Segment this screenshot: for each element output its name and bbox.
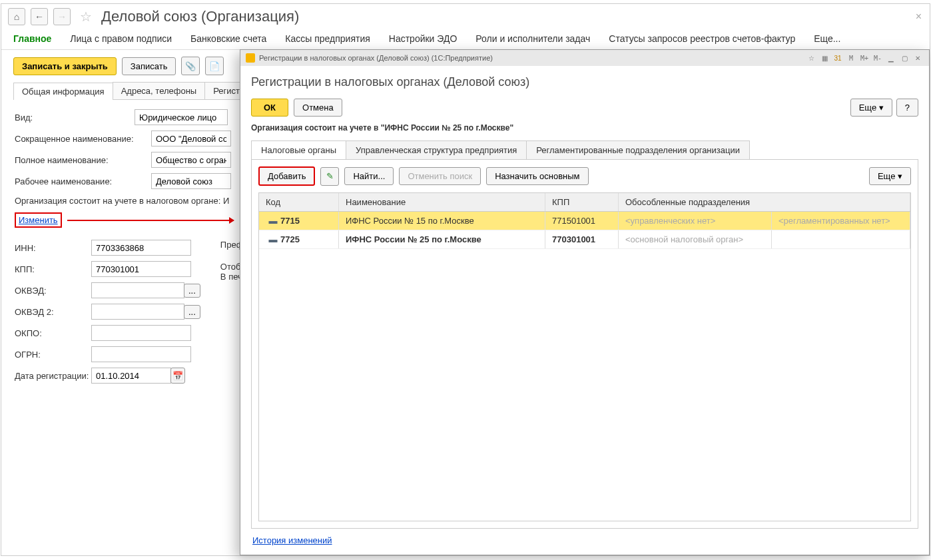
more-button[interactable]: Еще ▾	[850, 99, 892, 117]
col-kpp[interactable]: КПП	[545, 193, 619, 211]
ok-button[interactable]: ОК	[251, 99, 288, 117]
work-label: Рабочее наименование:	[15, 176, 151, 186]
cell-kpp: 771501001	[545, 212, 619, 230]
vid-label: Вид:	[15, 113, 135, 123]
table-row[interactable]: ▬7725 ИФНС России № 25 по г.Москве 77030…	[259, 230, 910, 249]
cell-sub2: <регламентированных нет>	[772, 212, 910, 230]
menu-signers[interactable]: Лица с правом подписи	[70, 33, 172, 44]
calendar-sys-icon[interactable]: 31	[832, 53, 844, 63]
panel-more-button[interactable]: Еще ▾	[869, 167, 911, 185]
find-button[interactable]: Найти...	[344, 167, 394, 185]
okved2-label: ОКВЭД 2:	[15, 307, 91, 317]
add-button[interactable]: Добавить	[258, 166, 315, 186]
panel-toolbar: Добавить ✎ Найти... Отменить поиск Назна…	[258, 166, 911, 186]
save-button[interactable]: Записать	[122, 57, 176, 75]
cancel-button[interactable]: Отмена	[294, 99, 342, 117]
cancel-find-button[interactable]: Отменить поиск	[399, 167, 481, 185]
home-icon[interactable]: ⌂	[8, 8, 25, 25]
back-icon[interactable]: ←	[31, 8, 48, 25]
full-name-input[interactable]	[151, 152, 231, 168]
okved-lookup-button[interactable]: ...	[184, 284, 200, 298]
menu-main[interactable]: Главное	[13, 33, 51, 44]
short-label: Сокращенное наименование:	[15, 134, 151, 144]
cell-sub1: <управленческих нет>	[619, 212, 772, 230]
okved-input[interactable]	[91, 282, 184, 298]
row-icon: ▬	[266, 216, 280, 226]
menu-cash[interactable]: Кассы предприятия	[285, 33, 370, 44]
inn-input[interactable]	[91, 240, 191, 256]
dialog-title-text: Регистрации в налоговых органах (Деловой…	[259, 54, 801, 62]
fav-icon[interactable]: ☆	[805, 53, 817, 63]
tab-general[interactable]: Общая информация	[13, 83, 113, 100]
change-link[interactable]: Изменить	[19, 215, 58, 225]
okved-label: ОКВЭД:	[15, 286, 91, 296]
col-code[interactable]: Код	[259, 193, 339, 211]
table-header: Код Наименование КПП Обособленные подраз…	[259, 193, 910, 212]
calendar-icon[interactable]: 📅	[170, 368, 185, 384]
kpp-label: КПП:	[15, 264, 91, 274]
okved2-input[interactable]	[91, 304, 184, 320]
attach-icon[interactable]: 📎	[181, 57, 200, 75]
tab-struct[interactable]: Управленческая структура предприятия	[346, 141, 527, 159]
maximize-icon[interactable]: ▢	[898, 53, 910, 63]
info-line: Организация состоит на учете в "ИФНС Рос…	[251, 123, 918, 133]
edit-icon[interactable]: ✎	[320, 167, 339, 186]
calc-icon[interactable]: ▦	[818, 53, 830, 63]
kpp-input[interactable]	[91, 261, 191, 277]
menubar: Главное Лица с правом подписи Банковские…	[1, 29, 930, 50]
regdate-input[interactable]	[91, 368, 171, 384]
table-row[interactable]: ▬7715 ИФНС России № 15 по г.Москве 77150…	[259, 212, 910, 230]
app-logo-icon	[246, 53, 255, 63]
ogrn-label: ОГРН:	[15, 350, 91, 360]
m-plus-icon[interactable]: M+	[858, 53, 870, 63]
forward-icon[interactable]: →	[53, 8, 71, 25]
cell-code: 7715	[280, 216, 300, 226]
tab-addresses[interactable]: Адреса, телефоны	[113, 82, 206, 99]
col-subdiv[interactable]: Обособленные подразделения	[619, 193, 910, 211]
arrow-annotation	[67, 220, 234, 221]
cell-kpp: 770301001	[545, 230, 619, 248]
dialog-sysicons: ☆ ▦ 31 M M+ M- ▁ ▢ ✕	[805, 53, 924, 63]
minimize-icon[interactable]: ▁	[885, 53, 897, 63]
close-dialog-icon[interactable]: ✕	[912, 53, 924, 63]
full-label: Полное наименование:	[15, 155, 151, 165]
footer: История изменений	[251, 529, 918, 545]
okpo-input[interactable]	[91, 325, 191, 341]
window-title: Деловой союз (Организация)	[101, 8, 299, 25]
cell-code: 7725	[280, 234, 300, 244]
list-icon[interactable]: 📄	[205, 57, 224, 75]
menu-more[interactable]: Еще...	[814, 33, 840, 44]
panel: Добавить ✎ Найти... Отменить поиск Назна…	[251, 159, 918, 529]
close-icon[interactable]: ×	[916, 11, 922, 23]
vid-input[interactable]	[135, 109, 228, 125]
okpo-label: ОКПО:	[15, 328, 91, 338]
dialog-tabs: Налоговые органы Управленческая структур…	[251, 140, 750, 159]
tab-regl[interactable]: Регламентированные подразделения организ…	[527, 141, 749, 159]
history-link[interactable]: История изменений	[252, 535, 332, 545]
tab-tax[interactable]: Налоговые органы	[252, 141, 346, 159]
ogrn-input[interactable]	[91, 346, 191, 362]
work-name-input[interactable]	[151, 173, 231, 189]
cell-name: ИФНС России № 15 по г.Москве	[339, 212, 545, 230]
help-button[interactable]: ?	[896, 99, 918, 117]
set-main-button[interactable]: Назначить основным	[486, 167, 588, 185]
row-icon: ▬	[266, 234, 280, 244]
cell-name: ИФНС России № 25 по г.Москве	[339, 230, 545, 248]
cell-sub1: <основной налоговый орган>	[619, 230, 772, 248]
menu-edo[interactable]: Настройки ЭДО	[389, 33, 458, 44]
inn-label: ИНН:	[15, 243, 91, 253]
menu-statuses[interactable]: Статусы запросов реестров счетов-фактур	[609, 33, 795, 44]
dialog-body: Регистрации в налоговых органах (Деловой…	[240, 66, 929, 555]
cell-sub2	[772, 230, 910, 248]
col-name[interactable]: Наименование	[339, 193, 545, 211]
m-minus-icon[interactable]: M-	[872, 53, 884, 63]
short-name-input[interactable]	[151, 131, 231, 146]
titlebar: ⌂ ← → ☆ Деловой союз (Организация) ×	[1, 4, 930, 29]
m-icon[interactable]: M	[845, 53, 857, 63]
okved2-lookup-button[interactable]: ...	[184, 305, 200, 319]
menu-bank[interactable]: Банковские счета	[190, 33, 266, 44]
save-and-close-button[interactable]: Записать и закрыть	[13, 57, 117, 75]
dialog-titlebar: Регистрации в налоговых органах (Деловой…	[240, 50, 929, 66]
star-icon[interactable]: ☆	[76, 9, 96, 25]
menu-roles[interactable]: Роли и исполнители задач	[475, 33, 590, 44]
